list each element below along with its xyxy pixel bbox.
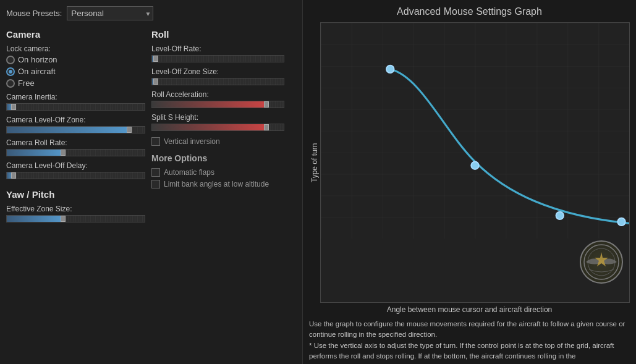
automatic-flaps-label: Automatic flaps [164, 168, 214, 177]
mouse-presets-label: Mouse Presets: [6, 9, 62, 18]
radio-circle-free [6, 79, 15, 88]
left-panel: Mouse Presets: Personal ▼ Camera Lock ca… [0, 0, 303, 364]
radio-free[interactable]: Free [6, 78, 145, 88]
automatic-flaps-box [151, 168, 160, 177]
roll-acceleration-slider[interactable] [151, 101, 284, 108]
vertical-inversion-label: Vertical inversion [164, 137, 220, 146]
preset-select[interactable]: Personal [67, 6, 153, 20]
preset-select-wrapper[interactable]: Personal ▼ [67, 6, 153, 20]
camera-inertia-label: Camera Inertia: [6, 93, 145, 101]
graph-canvas [320, 22, 630, 303]
vertical-inversion-box [151, 137, 160, 146]
desc-line2: * Use the vertical axis to adjust the ty… [309, 342, 614, 360]
radio-label-horizon: On horizon [18, 55, 57, 64]
lock-camera-label: Lock camera: [6, 44, 145, 53]
emblem-circle [580, 240, 623, 284]
camera-roll-rate-slider[interactable] [6, 149, 145, 156]
leveloff-zone-slider[interactable] [151, 78, 284, 85]
svg-point-4 [617, 218, 625, 226]
limit-bank-label: Limit bank angles at low altitude [164, 180, 269, 188]
leveloff-rate-slider[interactable] [151, 55, 284, 62]
desc-line1: Use the graph to configure the mouse mov… [309, 320, 625, 338]
lock-camera-radio-group: On horizon On aircraft Free [6, 55, 145, 88]
camera-column: Camera Lock camera: On horizon On aircra… [6, 29, 145, 225]
mouse-presets-row: Mouse Presets: Personal ▼ [6, 6, 296, 20]
camera-leveloff-delay-slider[interactable] [6, 172, 145, 179]
graph-with-label: Type of turn [309, 22, 630, 303]
graph-area: Type of turn [309, 22, 630, 364]
split-s-height-slider[interactable] [151, 124, 284, 131]
right-panel: Advanced Mouse Settings Graph Type of tu… [303, 0, 636, 364]
camera-leveloff-zone-label: Camera Level-Off Zone: [6, 116, 145, 124]
emblem [580, 240, 623, 284]
limit-bank-box [151, 180, 160, 188]
more-options-title: More Options [151, 153, 284, 163]
radio-label-aircraft: On aircraft [18, 67, 56, 76]
x-axis-label: Angle between mouse cursor and aircraft … [309, 303, 630, 315]
settings-columns: Camera Lock camera: On horizon On aircra… [6, 29, 296, 225]
graph-description: Use the graph to configure the mouse mov… [309, 315, 630, 364]
camera-leveloff-zone-slider[interactable] [6, 126, 145, 133]
radio-label-free: Free [18, 78, 35, 88]
roll-acceleration-label: Roll Acceleration: [151, 90, 284, 99]
camera-roll-rate-label: Camera Roll Rate: [6, 138, 145, 147]
radio-on-aircraft[interactable]: On aircraft [6, 67, 145, 76]
emblem-svg [583, 243, 620, 281]
roll-section-title: Roll [151, 29, 284, 40]
graph-title: Advanced Mouse Settings Graph [309, 6, 630, 17]
svg-point-2 [471, 162, 478, 169]
radio-circle-aircraft [6, 67, 15, 76]
y-axis-label: Type of turn [309, 22, 320, 303]
radio-circle-horizon [6, 56, 15, 64]
yaw-pitch-section-title: Yaw / Pitch [6, 189, 145, 200]
automatic-flaps-checkbox[interactable]: Automatic flaps [151, 168, 284, 177]
split-s-height-label: Split S Height: [151, 113, 284, 122]
radio-on-horizon[interactable]: On horizon [6, 55, 145, 64]
camera-section-title: Camera [6, 29, 145, 40]
svg-rect-0 [321, 23, 629, 239]
limit-bank-checkbox[interactable]: Limit bank angles at low altitude [151, 180, 284, 188]
svg-point-3 [556, 212, 563, 219]
camera-inertia-slider[interactable] [6, 103, 145, 111]
roll-column: Roll Level-Off Rate: Level-Off Zone Size… [151, 29, 284, 225]
svg-point-1 [386, 66, 394, 73]
leveloff-rate-label: Level-Off Rate: [151, 44, 284, 53]
graph-grid [321, 23, 629, 239]
camera-leveloff-delay-label: Camera Level-Off Delay: [6, 161, 145, 170]
main-layout: Mouse Presets: Personal ▼ Camera Lock ca… [0, 0, 636, 364]
vertical-inversion-checkbox[interactable]: Vertical inversion [151, 137, 284, 146]
effective-zone-slider[interactable] [6, 215, 145, 222]
leveloff-zone-label: Level-Off Zone Size: [151, 67, 284, 76]
effective-zone-label: Effective Zone Size: [6, 205, 145, 213]
